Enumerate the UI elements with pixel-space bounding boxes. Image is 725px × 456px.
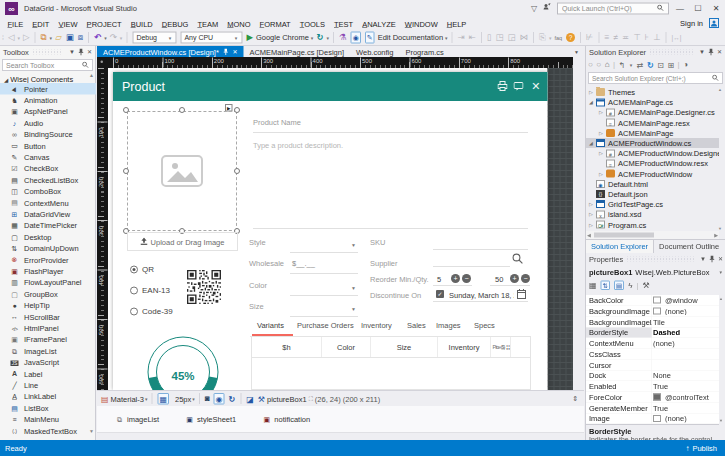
- toolbox-search[interactable]: Search Toolbox: [2, 59, 93, 71]
- menu-item[interactable]: TOOLS: [295, 19, 329, 28]
- feedback-icon[interactable]: [543, 3, 551, 11]
- properties-header[interactable]: Properties ▼ ✕: [586, 253, 725, 265]
- property-row[interactable]: Image (none): [586, 413, 719, 424]
- grid-size-select[interactable]: 25px: [175, 394, 191, 403]
- color-dropdown-icon[interactable]: ▼: [351, 285, 356, 291]
- scroll-up-icon[interactable]: ▲: [89, 72, 94, 78]
- property-row[interactable]: CssClass: [586, 349, 719, 360]
- properties-icon[interactable]: ◑: [683, 60, 688, 69]
- toolbox-item[interactable]: HtmlPanel: [0, 322, 96, 333]
- tab-solution-explorer[interactable]: Solution Explorer: [586, 240, 654, 253]
- quick-launch-input[interactable]: [557, 3, 669, 15]
- toolbox-item[interactable]: ErrorProvider: [0, 254, 96, 265]
- supplier-search-icon[interactable]: [512, 253, 523, 264]
- table-column-header[interactable]: ⁞⁞: [506, 337, 511, 357]
- property-row[interactable]: Cursor: [586, 360, 719, 371]
- search-icon[interactable]: [657, 5, 664, 12]
- events-icon[interactable]: ϟ: [628, 281, 632, 290]
- open-file-icon[interactable]: ▱: [55, 33, 62, 43]
- edit-doc-icon[interactable]: ✎: [365, 32, 375, 44]
- toolbox-item[interactable]: CheckBox: [0, 163, 96, 174]
- style-dropdown-icon[interactable]: ▼: [351, 242, 356, 248]
- toolbox-item[interactable]: HScrollBar: [0, 311, 96, 322]
- picture-box[interactable]: [127, 111, 237, 231]
- size-dropdown-icon[interactable]: ▼: [351, 306, 356, 312]
- document-tab[interactable]: Program.cs ✕: [399, 46, 449, 57]
- table-column-header[interactable]: Size: [371, 337, 438, 357]
- plus-icon[interactable]: +: [451, 274, 460, 283]
- property-row[interactable]: BackColor @window: [586, 295, 719, 306]
- smart-tag-icon[interactable]: ▶: [225, 104, 233, 112]
- menu-item[interactable]: BUILD: [126, 19, 157, 28]
- toolbox-item[interactable]: Audio: [0, 117, 96, 128]
- toolbox-item[interactable]: Label: [0, 368, 96, 379]
- description-placeholder[interactable]: Type a product description.: [253, 141, 343, 150]
- close-button[interactable]: ✕: [709, 2, 723, 14]
- sync-icon[interactable]: ↻: [229, 394, 236, 404]
- toolbox-item[interactable]: IFramePanel: [0, 334, 96, 345]
- toolbox-item[interactable]: DomainUpDown: [0, 243, 96, 254]
- tab-list-dropdown-icon[interactable]: ▼: [574, 49, 579, 55]
- tree-vscrollbar[interactable]: ▲ ▼: [718, 87, 724, 231]
- radio-qr[interactable]: QR: [130, 265, 154, 274]
- sync-icon[interactable]: ⇄: [637, 60, 644, 70]
- toolbox-item[interactable]: ImageList: [0, 345, 96, 356]
- tree-item[interactable]: ACMEProductWindow.Designer.cs: [586, 148, 719, 158]
- menu-item[interactable]: VIEW: [54, 19, 82, 28]
- toolbox-item[interactable]: DateTimePicker: [0, 220, 96, 231]
- tree-hscrollbar[interactable]: ◀ ▶: [586, 231, 719, 239]
- undo-icon[interactable]: ↶: [94, 33, 101, 43]
- properties-object-selector[interactable]: pictureBox1 Wisej.Web.PictureBox ▾: [586, 265, 725, 278]
- start-debug-icon[interactable]: ▶: [246, 33, 253, 43]
- property-row[interactable]: BackgroundImage (none): [586, 306, 719, 317]
- property-row[interactable]: Enabled True: [586, 381, 719, 392]
- toolbox-item[interactable]: FlashPlayer: [0, 265, 96, 276]
- help-icon[interactable]: ?: [566, 33, 575, 42]
- property-row[interactable]: ContextMenu (none): [586, 338, 719, 349]
- document-tab[interactable]: Web.config ✕: [350, 46, 399, 57]
- tab-specs[interactable]: Specs: [474, 321, 495, 330]
- alphabetical-icon[interactable]: ⇅: [601, 280, 610, 290]
- print-icon[interactable]: [498, 81, 508, 91]
- document-tab[interactable]: ACMEMainPage.cs [Design] ✕: [243, 46, 350, 57]
- toolbox-item[interactable]: LinkLabel: [0, 391, 96, 402]
- property-row[interactable]: ForeColor @controlText: [586, 392, 719, 403]
- tray-component[interactable]: notification: [262, 415, 310, 424]
- reorder-min-value[interactable]: 5: [437, 275, 441, 284]
- menu-item[interactable]: PROJECT: [82, 19, 126, 28]
- document-tab[interactable]: ACMEProductWindow.cs [Design]* ✕: [97, 46, 243, 57]
- tree-item[interactable]: Themes: [586, 87, 719, 97]
- toolbox-item[interactable]: DataGridView: [0, 208, 96, 219]
- property-row[interactable]: Dock None: [586, 370, 719, 381]
- menu-item[interactable]: FILE: [3, 19, 28, 28]
- discontinue-checkbox[interactable]: ✓: [436, 290, 444, 298]
- toolbox-item[interactable]: MaskedTextBox: [0, 425, 96, 436]
- home-icon[interactable]: ⌂: [605, 60, 610, 69]
- navigate-forward-icon[interactable]: ▷: [23, 33, 30, 43]
- property-pages-icon[interactable]: ⚒: [642, 280, 649, 290]
- toolbox-item[interactable]: MainMenu: [0, 414, 96, 425]
- tree-item[interactable]: Default.json: [586, 189, 719, 199]
- tab-purchase-orders[interactable]: Purchase Orders: [297, 321, 354, 330]
- solution-search[interactable]: Search Solution Explorer (Ctrl+;): [588, 72, 723, 84]
- close-icon[interactable]: ✕: [87, 49, 92, 56]
- solution-explorer-header[interactable]: Solution Explorer ▼ ✕: [586, 46, 725, 58]
- back-icon[interactable]: ○: [588, 60, 593, 69]
- chat-icon[interactable]: [514, 81, 524, 91]
- property-row[interactable]: GenerateMember True: [586, 403, 719, 414]
- table-column-header[interactable]: $h: [252, 337, 322, 357]
- property-row[interactable]: BackgroundImageL Tile: [586, 317, 719, 328]
- toggle-designer-icon[interactable]: ◉: [351, 32, 361, 44]
- tab-document-outline[interactable]: Document Outline: [654, 240, 724, 253]
- close-tab-icon[interactable]: ✕: [232, 48, 237, 55]
- tree-item[interactable]: island.xsd: [586, 209, 719, 219]
- toolbox-item[interactable]: HelpTip: [0, 300, 96, 311]
- close-icon[interactable]: ✕: [717, 49, 722, 56]
- tree-item[interactable]: GridTestPage.cs: [586, 199, 719, 209]
- table-column-header[interactable]: Color: [322, 337, 371, 357]
- toolbox-item[interactable]: ContextMenu: [0, 197, 96, 208]
- pin-icon[interactable]: [78, 49, 84, 56]
- tree-item[interactable]: ACMEMainPage.cs: [586, 97, 719, 107]
- debug-configuration-select[interactable]: Debug▾: [132, 32, 176, 44]
- property-row[interactable]: BorderStyle Dashed: [586, 327, 719, 338]
